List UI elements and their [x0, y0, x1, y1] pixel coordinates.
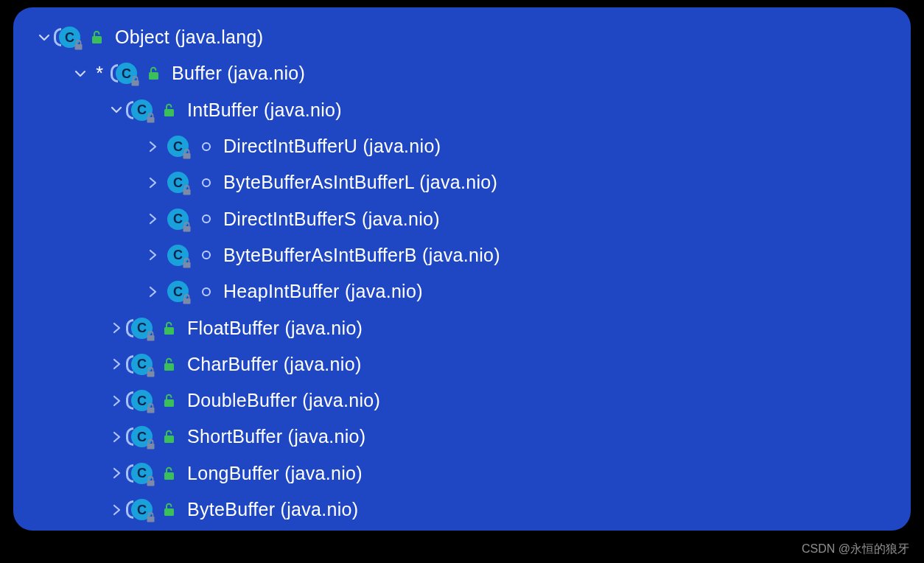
expand-toggle[interactable] — [108, 467, 125, 479]
expand-toggle[interactable] — [108, 504, 125, 516]
class-icon: C — [131, 318, 153, 339]
tree-row-shortbuffer[interactable]: C ShortBuffer (java.nio) — [35, 419, 889, 455]
class-icon: C — [167, 245, 189, 266]
tree-row-directintbuffers[interactable]: C DirectIntBufferS (java.nio) — [35, 200, 889, 237]
class-icon: C — [116, 63, 137, 84]
class-label: DoubleBuffer (java.nio) — [187, 390, 380, 411]
lock-icon — [146, 439, 155, 450]
star-icon: * — [91, 63, 108, 84]
class-label: CharBuffer (java.nio) — [187, 354, 362, 375]
expand-toggle[interactable] — [108, 358, 125, 370]
class-icon: C — [131, 426, 153, 447]
svg-rect-18 — [164, 436, 174, 443]
expand-toggle[interactable] — [71, 68, 89, 80]
watermark: CSDN @永恒的狼牙 — [802, 542, 909, 557]
final-icon — [197, 178, 213, 187]
final-icon — [197, 251, 213, 259]
class-label: ShortBuffer (java.nio) — [187, 426, 365, 447]
class-icon: C — [131, 499, 153, 520]
unlock-icon — [161, 466, 177, 480]
unlock-icon — [88, 30, 105, 44]
svg-rect-13 — [147, 371, 155, 377]
tree-row-object[interactable]: C Object (java.lang) — [35, 19, 889, 55]
tree-row-bytebufferasintbufferl[interactable]: C ByteBufferAsIntBufferL (java.nio) — [35, 164, 889, 200]
svg-rect-17 — [147, 444, 155, 450]
class-label: DirectIntBufferU (java.nio) — [223, 136, 441, 157]
class-icon: C — [167, 136, 189, 157]
unlock-icon — [161, 503, 177, 517]
unlock-icon — [161, 321, 177, 335]
class-icon: C — [59, 27, 80, 48]
svg-rect-9 — [183, 262, 191, 268]
tree-row-heapintbuffer[interactable]: C HeapIntBuffer (java.nio) — [35, 273, 889, 310]
expand-toggle[interactable] — [108, 395, 125, 407]
svg-rect-2 — [132, 80, 139, 86]
final-icon — [197, 214, 213, 223]
expand-toggle[interactable] — [108, 322, 125, 334]
svg-rect-21 — [147, 517, 155, 522]
expand-toggle[interactable] — [108, 431, 125, 443]
class-label: IntBuffer (java.nio) — [187, 99, 342, 121]
class-icon: C — [167, 172, 189, 193]
class-hierarchy-panel: C Object (java.lang) * C Buffer (java.ni… — [13, 7, 911, 531]
class-label: ByteBufferAsIntBufferB (java.nio) — [223, 245, 500, 266]
class-icon: C — [131, 390, 153, 411]
tree-row-charbuffer[interactable]: C CharBuffer (java.nio) — [35, 346, 889, 382]
unlock-icon — [161, 103, 177, 117]
svg-rect-12 — [164, 327, 174, 335]
lock-icon — [182, 258, 192, 268]
class-label: Buffer (java.nio) — [172, 63, 305, 84]
unlock-icon — [161, 394, 177, 408]
class-label: LongBuffer (java.nio) — [187, 463, 363, 484]
expand-toggle[interactable] — [144, 177, 161, 189]
class-icon: C — [131, 354, 153, 375]
expand-toggle[interactable] — [144, 213, 161, 225]
svg-rect-16 — [164, 399, 174, 407]
class-icon: C — [167, 281, 189, 302]
tree-row-bytebufferasintbufferb[interactable]: C ByteBufferAsIntBufferB (java.nio) — [35, 237, 889, 273]
svg-rect-0 — [75, 44, 83, 50]
svg-rect-4 — [147, 117, 155, 123]
expand-toggle[interactable] — [144, 141, 161, 153]
svg-rect-1 — [92, 36, 102, 43]
lock-icon — [182, 222, 192, 232]
lock-icon — [74, 40, 83, 50]
svg-rect-8 — [183, 226, 191, 232]
svg-rect-19 — [147, 480, 155, 486]
final-icon — [197, 287, 213, 296]
expand-toggle[interactable] — [144, 249, 161, 261]
svg-rect-7 — [183, 189, 191, 195]
lock-icon — [146, 331, 155, 341]
lock-icon — [146, 476, 155, 486]
unlock-icon — [145, 66, 161, 80]
svg-rect-10 — [183, 298, 191, 304]
lock-icon — [146, 403, 155, 413]
unlock-icon — [161, 430, 177, 444]
tree-row-buffer[interactable]: * C Buffer (java.nio) — [35, 55, 889, 91]
unlock-icon — [161, 357, 177, 371]
tree-row-longbuffer[interactable]: C LongBuffer (java.nio) — [35, 455, 889, 492]
tree-row-floatbuffer[interactable]: C FloatBuffer (java.nio) — [35, 310, 889, 346]
final-icon — [197, 142, 213, 151]
expand-toggle[interactable] — [144, 286, 161, 298]
tree-row-directintbufferu[interactable]: C DirectIntBufferU (java.nio) — [35, 128, 889, 164]
svg-rect-14 — [164, 363, 174, 371]
class-label: ByteBuffer (java.nio) — [187, 499, 358, 520]
svg-rect-5 — [164, 109, 174, 116]
class-label: Object (java.lang) — [115, 27, 263, 48]
lock-icon — [146, 113, 155, 123]
lock-icon — [182, 294, 192, 304]
expand-toggle[interactable] — [108, 104, 125, 116]
lock-icon — [182, 149, 192, 159]
class-label: DirectIntBufferS (java.nio) — [223, 209, 440, 230]
lock-icon — [146, 367, 155, 377]
svg-rect-22 — [164, 508, 174, 516]
class-label: FloatBuffer (java.nio) — [187, 318, 363, 339]
tree-row-doublebuffer[interactable]: C DoubleBuffer (java.nio) — [35, 382, 889, 419]
lock-icon — [146, 512, 155, 522]
tree-row-intbuffer[interactable]: C IntBuffer (java.nio) — [35, 92, 889, 128]
class-label: HeapIntBuffer (java.nio) — [223, 281, 423, 302]
svg-rect-11 — [147, 335, 155, 341]
tree-row-bytebuffer[interactable]: C ByteBuffer (java.nio) — [35, 492, 889, 528]
expand-toggle[interactable] — [35, 32, 53, 43]
